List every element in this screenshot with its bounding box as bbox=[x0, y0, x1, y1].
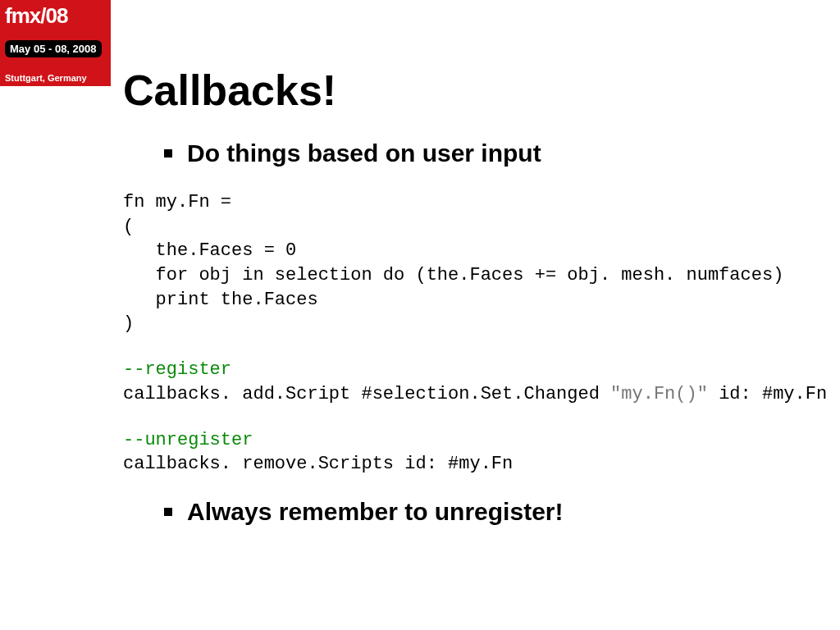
code-line: callbacks. remove.Scripts id: #my.Fn bbox=[123, 454, 513, 474]
slide-title: Callbacks! bbox=[123, 66, 807, 115]
square-bullet-icon bbox=[164, 508, 172, 516]
code-line: id: #my.Fn bbox=[708, 384, 827, 404]
code-block-register: --register callbacks. add.Script #select… bbox=[123, 358, 807, 406]
bullet-text: Do things based on user input bbox=[187, 139, 541, 167]
event-logo: fmx/08 May 05 - 08, 2008 Stuttgart, Germ… bbox=[0, 0, 111, 86]
code-comment: --register bbox=[123, 359, 231, 380]
code-block-unregister: --unregister callbacks. remove.Scripts i… bbox=[123, 428, 807, 477]
code-line: ( bbox=[123, 217, 134, 237]
code-comment: --unregister bbox=[123, 430, 253, 450]
code-line: fn my.Fn = bbox=[123, 192, 231, 212]
code-string: "my.Fn()" bbox=[610, 384, 708, 404]
slide-body: Callbacks! Do things based on user input… bbox=[123, 66, 807, 549]
code-line: ) bbox=[123, 313, 134, 334]
square-bullet-icon bbox=[164, 149, 172, 158]
logo-dates: May 05 - 08, 2008 bbox=[5, 40, 102, 57]
code-line: for obj in selection do (the.Faces += ob… bbox=[123, 265, 783, 285]
bullet-item-2: Always remember to unregister! bbox=[164, 498, 807, 526]
code-line: the.Faces = 0 bbox=[123, 240, 296, 261]
bullet-text: Always remember to unregister! bbox=[187, 498, 563, 526]
code-line: print the.Faces bbox=[123, 290, 318, 310]
logo-brand: fmx/08 bbox=[5, 5, 106, 26]
bullet-item-1: Do things based on user input bbox=[164, 139, 807, 167]
logo-location: Stuttgart, Germany bbox=[5, 73, 106, 83]
code-block-function: fn my.Fn = ( the.Faces = 0 for obj in se… bbox=[123, 190, 807, 336]
code-line: callbacks. add.Script #selection.Set.Cha… bbox=[123, 384, 610, 404]
